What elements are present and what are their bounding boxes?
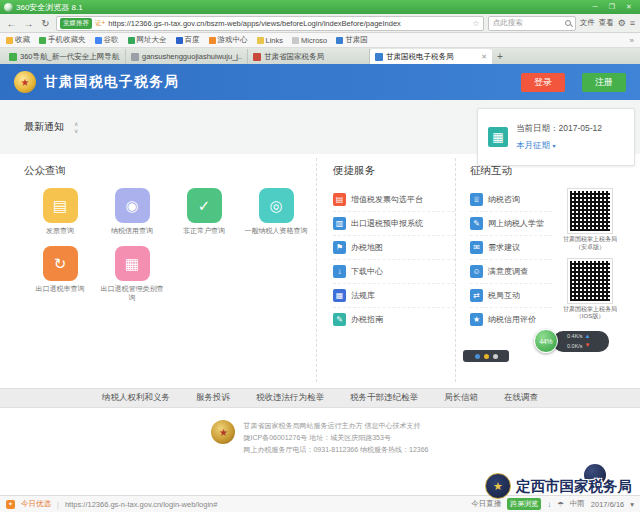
export-rebate-rate-query-item[interactable]: ↻出口退税率查询 <box>24 246 96 303</box>
gear-icon[interactable]: ⚙ <box>618 18 626 28</box>
item-label: 出口退税管理类别查询 <box>96 285 168 303</box>
new-tab-button[interactable]: + <box>492 49 508 64</box>
item-label: 税局互动 <box>488 290 520 301</box>
tab-close-icon[interactable]: ✕ <box>481 53 487 61</box>
chevron-down-icon[interactable]: ▾ <box>630 500 634 509</box>
login-button[interactable]: 登录 <box>521 73 565 92</box>
tax-credit-query-item[interactable]: ◉纳税信用查询 <box>96 188 168 236</box>
item-label: 增值税发票勾选平台 <box>351 194 423 205</box>
bookmark-item[interactable]: 收藏 <box>6 35 30 45</box>
bureau-interaction-item[interactable]: ⇄税局互动 <box>470 284 552 308</box>
upload-speed: 0.4K/s <box>567 332 583 341</box>
suggestion-icon: ✉ <box>470 241 483 254</box>
section-convenient-services: 便捷服务 ▤增值税发票勾选平台 ▥出口退税预申报系统 ⚑办税地图 ↓下载中心 ▦… <box>316 158 455 382</box>
footer-link-report-cadre[interactable]: 税务干部违纪检举 <box>350 392 418 404</box>
bookmark-icon <box>128 37 135 44</box>
bookmark-item[interactable]: 百度 <box>176 35 200 45</box>
export-rebate-prefile-item[interactable]: ▥出口退税预申报系统 <box>333 212 455 236</box>
bookmark-item[interactable]: 网址大全 <box>128 35 167 45</box>
bookmark-item[interactable]: Microso <box>292 36 327 45</box>
mini-toolbar[interactable] <box>463 350 509 362</box>
tax-period-dropdown[interactable]: 本月征期 ▾ <box>516 140 602 152</box>
maximize-button[interactable]: ❐ <box>605 0 619 14</box>
notice-up-icon[interactable]: ∧ <box>74 121 78 127</box>
forward-button[interactable]: → <box>22 15 35 32</box>
export-rebate-category-query-item[interactable]: ▦出口退税管理类别查询 <box>96 246 168 303</box>
satisfaction-survey-item[interactable]: ☺满意度调查 <box>470 260 552 284</box>
footer-link-online-survey[interactable]: 在线调查 <box>504 392 538 404</box>
tab-gansu-pinyin[interactable]: gansushengguojiashuiwuju_j... <box>126 49 248 64</box>
invoice-query-item[interactable]: ▤发票查询 <box>24 188 96 236</box>
suggestion-item[interactable]: ✉需求建议 <box>470 236 552 260</box>
bookmark-item[interactable]: 手机收藏夹 <box>39 35 86 45</box>
bookmark-label: Links <box>266 36 284 45</box>
refresh-button[interactable]: ↻ <box>39 15 52 32</box>
bookmark-item[interactable]: 谷歌 <box>95 35 119 45</box>
bookmark-item[interactable]: Links <box>257 36 284 45</box>
favorite-star-icon[interactable]: ☆ <box>472 19 479 28</box>
browser-title: 360安全浏览器 8.1 <box>16 2 83 13</box>
gift-icon[interactable]: ✦ <box>6 500 15 509</box>
expand-icon[interactable]: » <box>630 36 634 45</box>
bookmarks-bar-extras[interactable]: » <box>630 36 634 45</box>
vat-invoice-platform-item[interactable]: ▤增值税发票勾选平台 <box>333 188 455 212</box>
bookmark-item[interactable]: 游戏中心 <box>209 35 248 45</box>
general-taxpayer-query-item[interactable]: ◎一般纳税人资格查询 <box>240 188 312 236</box>
bookmark-item[interactable]: 甘肃国 <box>336 35 368 45</box>
bookmark-label: 百度 <box>185 35 200 45</box>
accelerator-ball[interactable]: 44% <box>534 329 558 353</box>
item-label: 纳税信用查询 <box>96 227 168 236</box>
item-label: 法规库 <box>351 290 375 301</box>
abnormal-account-query-item[interactable]: ✓非正常户查询 <box>168 188 240 236</box>
footer-link-complaint[interactable]: 服务投诉 <box>196 392 230 404</box>
register-button[interactable]: 注册 <box>582 73 626 92</box>
menu-view[interactable]: 查看 <box>599 18 614 28</box>
url-text[interactable]: https://12366.gs-n-tax.gov.cn/bszm-web/a… <box>108 19 469 28</box>
bookmark-label: 谷歌 <box>104 35 119 45</box>
bookmarks-bar: 收藏 手机收藏夹 谷歌 网址大全 百度 游戏中心 Links Microso 甘… <box>0 33 640 48</box>
footer-link-rights[interactable]: 纳税人权利和义务 <box>102 392 170 404</box>
daily-picks-link[interactable]: 今日优选 <box>21 499 51 509</box>
tax-consult-item[interactable]: ♕纳税咨询 <box>470 188 552 212</box>
download-center-item[interactable]: ↓下载中心 <box>333 260 455 284</box>
item-label: 办税地图 <box>351 242 383 253</box>
download-icon[interactable]: ↓ <box>547 500 551 509</box>
browser-search-input[interactable]: 点此搜索 <box>488 16 576 31</box>
footer-link-director-mailbox[interactable]: 局长信箱 <box>444 392 478 404</box>
tax-guide-item[interactable]: ✎办税指南 <box>333 308 455 331</box>
law-library-item[interactable]: ▦法规库 <box>333 284 455 308</box>
law-library-icon: ▦ <box>333 289 346 302</box>
status-date[interactable]: 2017/6/16 <box>591 500 624 509</box>
live-link[interactable]: 今日直播 <box>471 499 501 509</box>
mini-tool-icon[interactable] <box>484 354 489 359</box>
taxpayer-school-item[interactable]: ✎网上纳税人学堂 <box>470 212 552 236</box>
notice-down-icon[interactable]: ∨ <box>74 128 78 134</box>
tab-360-nav[interactable]: 360导航_新一代安全上网导航 <box>4 49 126 64</box>
footer-emblem-icon: ★ <box>211 420 235 444</box>
notice-label: 最新通知 <box>24 120 64 134</box>
mini-tool-icon[interactable] <box>493 354 498 359</box>
credit-rating-item[interactable]: ★纳税信用评价 <box>470 308 552 331</box>
close-button[interactable]: ✕ <box>622 0 636 14</box>
section-title: 公众查询 <box>24 164 316 178</box>
search-icon[interactable] <box>565 20 571 26</box>
download-speed: 0.0K/s <box>567 342 583 351</box>
bookmark-icon <box>6 37 13 44</box>
tab-label: 甘肃国税电子税务局 <box>386 52 478 62</box>
weather-text[interactable]: 中雨 <box>570 499 585 509</box>
menu-file[interactable]: 文件 <box>580 18 595 28</box>
browser-window: 360安全浏览器 8.1 ─ ❐ ✕ ← → ↻ 党媒推荐 证+ https:/… <box>0 0 640 512</box>
chevron-down-icon: ▾ <box>552 143 555 149</box>
footer-link-report-violation[interactable]: 税收违法行为检举 <box>256 392 324 404</box>
mini-tool-icon[interactable] <box>475 354 480 359</box>
back-button[interactable]: ← <box>5 15 18 32</box>
address-bar[interactable]: 党媒推荐 证+ https://12366.gs-n-tax.gov.cn/bs… <box>56 16 484 31</box>
cross-screen-button[interactable]: 跨屏浏览 <box>507 498 541 510</box>
item-label: 出口退税率查询 <box>24 285 96 294</box>
minimize-button[interactable]: ─ <box>588 0 602 14</box>
tab-gansu-tax-bureau[interactable]: 甘肃省国家税务局 <box>248 49 370 64</box>
menu-icon[interactable]: ≡ <box>630 18 635 28</box>
item-label: 纳税咨询 <box>488 194 520 205</box>
tab-etax-active[interactable]: 甘肃国税电子税务局✕ <box>370 49 492 64</box>
tax-map-item[interactable]: ⚑办税地图 <box>333 236 455 260</box>
